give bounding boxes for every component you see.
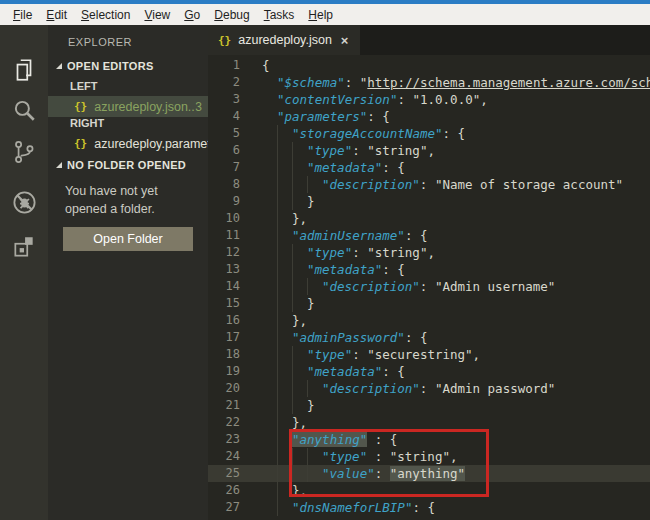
line-number: 25 <box>208 465 248 482</box>
code-line[interactable]: 22}, <box>208 414 650 431</box>
code-text: "$schema": "http://schema.management.azu… <box>248 74 650 91</box>
open-editors-header[interactable]: OPEN EDITORS <box>56 58 154 74</box>
indent-guide <box>277 159 292 176</box>
indent-guide <box>277 210 292 227</box>
indent-guide <box>277 482 292 499</box>
code-text: } <box>248 397 315 414</box>
code-line[interactable]: 2"$schema": "http://schema.management.az… <box>208 74 650 91</box>
code-line[interactable]: 10}, <box>208 210 650 227</box>
indent-guide <box>277 499 292 516</box>
code-text: "type": "string", <box>248 142 435 159</box>
file-badge: 3 <box>195 100 202 114</box>
open-editor-item[interactable]: {}azuredeploy.json...3 <box>48 96 208 117</box>
indent-guide <box>307 380 322 397</box>
code-text: "adminUsername": { <box>248 227 427 244</box>
extensions-icon[interactable] <box>0 230 48 264</box>
menu-go[interactable]: Go <box>177 8 207 22</box>
indent-guide <box>277 142 292 159</box>
search-icon[interactable] <box>0 93 48 127</box>
code-text: "type": "string", <box>248 244 435 261</box>
line-number: 14 <box>208 278 248 295</box>
tab-azuredeploy-json[interactable]: {} azuredeploy.json × <box>208 25 360 55</box>
menu-view[interactable]: View <box>137 8 177 22</box>
line-number: 18 <box>208 346 248 363</box>
code-text: "type" : "string", <box>248 448 457 465</box>
indent-guide <box>277 261 292 278</box>
indent-guide <box>292 397 307 414</box>
indent-guide <box>307 278 322 295</box>
code-line[interactable]: 17"adminPassword": { <box>208 329 650 346</box>
code-line[interactable]: 6"type": "string", <box>208 142 650 159</box>
indent-guide <box>292 159 307 176</box>
indent-guide <box>277 312 292 329</box>
indent-guide <box>277 431 292 448</box>
indent-guide <box>277 363 292 380</box>
line-number: 12 <box>208 244 248 261</box>
code-line[interactable]: 27"dnsNameforLBIP": { <box>208 499 650 516</box>
code-text: "parameters": { <box>248 108 390 125</box>
code-line[interactable]: 1{ <box>208 57 650 74</box>
menu-edit[interactable]: Edit <box>39 8 74 22</box>
code-line[interactable]: 26}, <box>208 482 650 499</box>
file-name: azuredeploy.json... <box>94 100 195 114</box>
code-line[interactable]: 15} <box>208 295 650 312</box>
code-line-current[interactable]: 25"value": "anything" <box>208 465 650 482</box>
line-number: 5 <box>208 125 248 142</box>
indent-guide <box>292 193 307 210</box>
code-line[interactable]: 9} <box>208 193 650 210</box>
code-text: }, <box>248 210 307 227</box>
line-number: 26 <box>208 482 248 499</box>
code-text: "adminPassword": { <box>248 329 427 346</box>
code-editor[interactable]: 1{2"$schema": "http://schema.management.… <box>208 55 650 520</box>
indent-guide <box>292 176 307 193</box>
line-number: 11 <box>208 227 248 244</box>
code-line[interactable]: 13"metadata": { <box>208 261 650 278</box>
code-line[interactable]: 4"parameters": { <box>208 108 650 125</box>
code-text: }, <box>248 312 307 329</box>
code-text: "type": "securestring", <box>248 346 480 363</box>
indent-guide <box>292 261 307 278</box>
code-line[interactable]: 18"type": "securestring", <box>208 346 650 363</box>
tab-title: azuredeploy.json <box>238 33 332 47</box>
code-text: "metadata": { <box>248 363 405 380</box>
code-text: "description": "Name of storage account" <box>248 176 623 193</box>
line-number: 10 <box>208 210 248 227</box>
code-text: "metadata": { <box>248 159 405 176</box>
code-line[interactable]: 12"type": "string", <box>208 244 650 261</box>
code-line[interactable]: 8"description": "Name of storage account… <box>208 176 650 193</box>
indent-guide <box>292 295 307 312</box>
code-line[interactable]: 21} <box>208 397 650 414</box>
line-number: 24 <box>208 448 248 465</box>
line-number: 22 <box>208 414 248 431</box>
debug-icon[interactable] <box>0 185 48 219</box>
menu-file[interactable]: File <box>6 8 39 22</box>
code-line[interactable]: 20"description": "Admin password" <box>208 380 650 397</box>
menu-help[interactable]: Help <box>301 8 340 22</box>
source-control-icon[interactable] <box>0 135 48 169</box>
code-line[interactable]: 23"anything" : { <box>208 431 650 448</box>
open-editor-item[interactable]: {}azuredeploy.paramet... <box>48 133 208 154</box>
no-folder-header[interactable]: NO FOLDER OPENED <box>56 157 186 173</box>
menu-tasks[interactable]: Tasks <box>257 8 302 22</box>
code-line[interactable]: 19"metadata": { <box>208 363 650 380</box>
line-number: 19 <box>208 363 248 380</box>
tab-strip: {} azuredeploy.json × <box>208 25 650 55</box>
code-line[interactable]: 7"metadata": { <box>208 159 650 176</box>
json-file-icon: {} <box>218 34 231 47</box>
line-number: 13 <box>208 261 248 278</box>
menu-debug[interactable]: Debug <box>207 8 256 22</box>
code-line[interactable]: 11"adminUsername": { <box>208 227 650 244</box>
indent-guide <box>277 125 292 142</box>
code-line[interactable]: 24"type" : "string", <box>208 448 650 465</box>
tab-close-icon[interactable]: × <box>341 33 349 48</box>
indent-guide <box>307 448 322 465</box>
code-line[interactable]: 5"storageAccountName": { <box>208 125 650 142</box>
line-number: 6 <box>208 142 248 159</box>
line-number: 27 <box>208 499 248 516</box>
code-line[interactable]: 3"contentVersion": "1.0.0.0", <box>208 91 650 108</box>
explorer-files-icon[interactable] <box>0 53 48 87</box>
menu-selection[interactable]: Selection <box>74 8 137 22</box>
code-line[interactable]: 16}, <box>208 312 650 329</box>
open-folder-button[interactable]: Open Folder <box>63 227 193 251</box>
code-line[interactable]: 14"description": "Admin username" <box>208 278 650 295</box>
